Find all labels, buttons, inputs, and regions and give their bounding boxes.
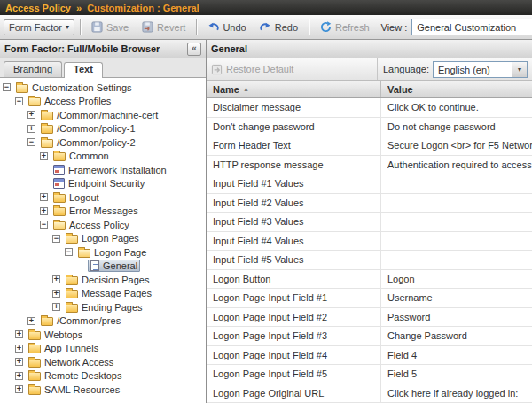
tree-item-error-messages[interactable]: +Error Messages	[0, 205, 206, 219]
tree-item-logon-page[interactable]: −Logon Page	[0, 245, 206, 260]
expand-icon[interactable]: +	[52, 290, 60, 298]
expand-icon[interactable]: +	[15, 385, 23, 393]
expand-icon[interactable]: +	[15, 372, 23, 380]
revert-button[interactable]: Revert	[137, 19, 191, 35]
column-header-name[interactable]: Name ▲	[207, 81, 381, 97]
expand-icon[interactable]: +	[52, 303, 60, 311]
table-row-logon-button[interactable]: Logon ButtonLogon	[207, 270, 532, 290]
folder-open-icon	[16, 84, 28, 93]
table-row-logon-page-input-field-1[interactable]: Logon Page Input Field #1Username	[207, 289, 532, 308]
view-label: View :	[381, 22, 408, 33]
table-row-logon-page-input-field-3[interactable]: Logon Page Input Field #3Change Password	[207, 327, 532, 346]
tab-text[interactable]: Text	[64, 62, 103, 78]
tree-item-common-policy-1[interactable]: +/Common/policy-1	[0, 122, 206, 136]
tree-item-label: Network Access	[44, 357, 113, 368]
settings-table-header: Name ▲ Value	[207, 81, 532, 98]
view-select[interactable]: General Customization ▾	[411, 19, 532, 35]
table-row-don-t-change-password[interactable]: Don't change passwordDo not change passw…	[207, 118, 532, 137]
tree-item-decision-pages[interactable]: +Decision Pages	[0, 273, 206, 287]
tree-item-access-profiles[interactable]: −Access Profiles	[0, 95, 206, 109]
tab-branding[interactable]: Branding	[4, 61, 62, 77]
chevron-down-icon: ▾	[66, 24, 69, 31]
tree-item-saml-resources[interactable]: +SAML Resources	[0, 383, 206, 397]
tree-item-general[interactable]: General	[0, 260, 206, 274]
tree-item-access-policy[interactable]: −Access Policy	[0, 218, 206, 232]
table-row-input-field-4-values[interactable]: Input Field #4 Values	[207, 232, 532, 252]
table-row-form-header-text[interactable]: Form Header TextSecure Logon <br> for F5…	[207, 136, 532, 156]
sidebar-header-title: Form Factor: Full/Mobile Browser	[4, 43, 160, 54]
expand-icon[interactable]: +	[27, 111, 35, 119]
tree-item-network-access[interactable]: +Network Access	[0, 355, 206, 369]
restore-default-button[interactable]: Restore Default	[211, 64, 293, 75]
tree-item-common-pres[interactable]: +/Common/pres	[0, 314, 206, 329]
expand-icon[interactable]: +	[40, 193, 48, 201]
tree-item-common-machine-cert[interactable]: +/Common/machine-cert	[0, 108, 206, 122]
tree-item-common-policy-2[interactable]: −/Common/policy-2	[0, 136, 206, 150]
tree-item-ending-pages[interactable]: +Ending Pages	[0, 300, 206, 314]
column-header-value[interactable]: Value	[381, 81, 532, 97]
cell-value	[381, 174, 532, 193]
folder-icon	[41, 125, 53, 134]
collapse-icon[interactable]: −	[15, 97, 23, 105]
tree-item-webtops[interactable]: +Webtops	[0, 328, 206, 342]
expand-icon[interactable]: +	[27, 317, 35, 325]
cell-name: Logon Page Input Field #3	[207, 327, 381, 345]
expand-icon[interactable]: +	[52, 275, 60, 283]
tree-item-remote-desktops[interactable]: +Remote Desktops	[0, 369, 206, 384]
restore-default-icon	[211, 64, 223, 75]
cell-name: Don't change password	[207, 118, 381, 136]
folder-open-icon	[78, 249, 90, 258]
expand-icon[interactable]: +	[40, 207, 48, 215]
expand-icon[interactable]: +	[15, 345, 23, 353]
collapse-icon[interactable]: −	[52, 235, 60, 243]
table-row-input-field-3-values[interactable]: Input Field #3 Values	[207, 213, 532, 232]
tree-item-label: Logon Page	[94, 247, 146, 258]
folder-icon	[28, 386, 41, 395]
language-group: Language: English (en) ▾	[377, 58, 528, 80]
sort-ascending-icon: ▲	[243, 86, 249, 92]
expand-icon[interactable]: +	[15, 330, 23, 338]
collapse-icon[interactable]: −	[40, 221, 48, 229]
tree-item-customization-settings[interactable]: −Customization Settings	[0, 81, 206, 95]
refresh-button[interactable]: Refresh	[315, 19, 375, 35]
table-row-input-field-5-values[interactable]: Input Field #5 Values	[207, 251, 532, 270]
cell-name: Input Field #3 Values	[207, 213, 381, 231]
table-row-logon-page-original-url[interactable]: Logon Page Original URLClick here if alr…	[207, 384, 532, 403]
table-row-input-field-2-values[interactable]: Input Field #2 Values	[207, 194, 532, 213]
cell-name: Logon Page Input Field #2	[207, 308, 381, 327]
table-row-logon-page-input-field-2[interactable]: Logon Page Input Field #2Password	[207, 308, 532, 328]
tree-item-label: General	[103, 260, 137, 271]
tree-item-label: Webtops	[44, 329, 82, 340]
expand-icon[interactable]: +	[27, 125, 35, 133]
save-label: Save	[106, 22, 129, 33]
chevron-down-icon[interactable]: ▾	[512, 62, 527, 77]
collapse-icon[interactable]: −	[65, 248, 73, 256]
form-factor-button[interactable]: Form Factor ▾	[4, 19, 74, 35]
undo-button[interactable]: Undo	[202, 19, 251, 35]
tree-item-app-tunnels[interactable]: +App Tunnels	[0, 342, 206, 356]
tree-item-common[interactable]: +Common	[0, 150, 206, 164]
tree-item-framework-installation[interactable]: Framework Installation	[0, 163, 206, 177]
tree-item-logout[interactable]: +Logout	[0, 190, 206, 205]
table-row-input-field-1-values[interactable]: Input Field #1 Values	[207, 174, 532, 194]
tree-item-message-pages[interactable]: +Message Pages	[0, 287, 206, 301]
tree-item-label: /Common/policy-1	[57, 123, 136, 134]
collapse-icon[interactable]: −	[3, 83, 11, 91]
collapse-sidebar-button[interactable]: «	[187, 43, 201, 56]
table-icon	[53, 178, 65, 189]
sidebar-panel: Form Factor: Full/Mobile Browser « Brand…	[0, 40, 207, 403]
table-row-disclaimer-message[interactable]: Disclaimer messageClick OK to continue.	[207, 98, 532, 118]
expand-icon[interactable]: +	[40, 152, 48, 160]
redo-button[interactable]: Redo	[254, 19, 303, 35]
table-row-logon-page-input-field-4[interactable]: Logon Page Input Field #4Field 4	[207, 346, 532, 366]
table-row-http-response-message[interactable]: HTTP response messageAuthentication requ…	[207, 156, 532, 175]
tree-item-endpoint-security[interactable]: Endpoint Security	[0, 177, 206, 191]
language-select[interactable]: English (en) ▾	[433, 61, 528, 78]
save-button[interactable]: Save	[86, 19, 134, 35]
tree-item-label: /Common/machine-cert	[57, 110, 158, 120]
expand-icon[interactable]: +	[15, 358, 23, 366]
table-row-logon-page-input-field-5[interactable]: Logon Page Input Field #5Field 5	[207, 365, 532, 384]
collapse-icon[interactable]: −	[27, 138, 35, 146]
breadcrumb-section[interactable]: Access Policy	[5, 3, 71, 13]
tree-item-logon-pages[interactable]: −Logon Pages	[0, 232, 206, 246]
